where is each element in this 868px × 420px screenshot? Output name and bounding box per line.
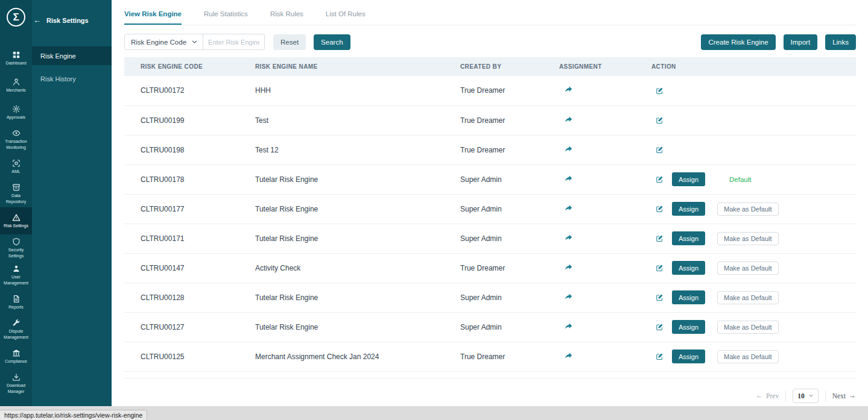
share-icon[interactable] [565,234,572,242]
filter-field-select[interactable]: Risk Engine Code [124,34,203,50]
risk-engine-code-cell: CLTRU00178 [124,165,255,194]
shield-icon [12,237,21,246]
user-icon [12,265,21,273]
merchant-icon [12,78,21,86]
edit-icon[interactable] [656,205,664,213]
status-bar: https://app.tutelar.io/risk-settings/vie… [0,410,147,420]
assign-button[interactable]: Assign [672,320,705,334]
back-arrow-icon[interactable]: ← [33,16,41,25]
share-icon[interactable] [565,352,572,360]
assign-button[interactable]: Assign [672,172,705,186]
edit-icon[interactable] [656,323,664,331]
sidebar-item-dashboard[interactable]: Dashboard [0,45,32,72]
chevron-down-icon [191,39,198,45]
logo-sigma-glyph: Σ [13,11,19,24]
share-icon[interactable] [565,204,572,212]
make-as-default-button[interactable]: Make as Default [717,202,778,216]
created-by-cell: Super Admin [460,283,559,312]
sidebar-item-merchants[interactable]: Merchants [0,72,32,99]
filter-field-select-value: Risk Engine Code [131,39,186,46]
assign-button[interactable]: Assign [672,349,705,363]
submenu-item-risk-engine[interactable]: Risk Engine [32,46,112,65]
table-body: CLTRU00172HHHTrue DreamerCLTRU00199TestT… [124,76,856,371]
share-icon[interactable] [565,175,572,183]
assignment-cell [559,165,651,194]
sidebar-item-download-manager[interactable]: Download Manager [0,370,32,397]
sidebar-item-compliance[interactable]: Compliance [0,343,32,370]
edit-icon[interactable] [656,175,664,183]
assign-button[interactable]: Assign [672,202,705,216]
edit-icon[interactable] [656,293,664,301]
import-button[interactable]: Import [784,34,818,50]
share-icon[interactable] [565,116,572,124]
created-by-cell: Super Admin [460,312,559,342]
submenu-header: ← Risk Settings [32,0,112,38]
share-icon[interactable] [565,145,572,153]
prev-button[interactable]: ← Prev [756,391,779,400]
sidebar-item-label: Approvals [5,114,27,120]
tab-risk-rules[interactable]: Risk Rules [270,10,303,25]
sidebar: Σ DashboardMerchantsApprovalsTransaction… [0,0,32,406]
tab-rule-statistics[interactable]: Rule Statistics [204,10,248,25]
risk-engine-code-cell: CLTRU00172 [124,76,255,105]
share-icon[interactable] [565,263,572,271]
archive-icon [12,183,21,192]
tab-list-of-rules[interactable]: List Of Rules [326,10,366,25]
make-as-default-button[interactable]: Make as Default [717,350,778,363]
edit-icon[interactable] [656,146,664,154]
edit-icon[interactable] [656,264,664,272]
sidebar-item-data-repository[interactable]: Data Repository [0,180,32,207]
sidebar-item-approvals[interactable]: Approvals [0,99,32,126]
action-cell: AssignMake as Default [651,194,856,224]
make-as-default-button[interactable]: Make as Default [717,321,778,334]
risk-engine-name-cell: HHH [255,76,460,105]
share-icon[interactable] [565,322,572,330]
page-size-select[interactable]: 10 [793,389,819,403]
table-header-row: RISK ENGINE CODE RISK ENGINE NAME CREATE… [124,57,856,76]
sidebar-item-dispute-management[interactable]: Dispute Management [0,316,32,343]
assign-button[interactable]: Assign [672,290,705,304]
sidebar-item-reports[interactable]: Reports [0,289,32,316]
create-risk-engine-button[interactable]: Create Risk Engine [701,34,775,50]
sidebar-item-label: Merchants [5,87,27,93]
created-by-cell: Super Admin [460,194,559,224]
edit-icon[interactable] [656,87,664,95]
sidebar-item-transaction-monitoring[interactable]: Transaction Monitoring [0,126,32,153]
make-as-default-button[interactable]: Make as Default [717,262,778,275]
make-as-default-button[interactable]: Make as Default [717,232,778,245]
edit-icon[interactable] [656,234,664,242]
header-risk-engine-code: RISK ENGINE CODE [124,57,255,76]
app-logo[interactable]: Σ [7,8,25,27]
sidebar-item-label: Security Settings [1,247,32,259]
sidebar-item-user-management[interactable]: User Management [0,262,32,289]
sidebar-item-label: Data Repository [1,193,32,204]
reset-button[interactable]: Reset [273,34,306,50]
next-button[interactable]: Next → [832,391,856,400]
header-action: ACTION [651,57,856,76]
assign-button[interactable]: Assign [672,261,705,275]
risk-engine-name-cell: Merchant Assignment Check Jan 2024 [255,342,460,371]
assign-button[interactable]: Assign [672,231,705,245]
assignment-cell [559,312,651,342]
edit-icon[interactable] [656,353,664,360]
tab-view-risk-engine[interactable]: View Risk Engine [124,10,182,25]
search-button[interactable]: Search [314,34,350,50]
assignment-cell [559,342,651,371]
submenu-item-risk-history[interactable]: Risk History [32,69,112,88]
action-cell: AssignMake as Default [651,224,856,253]
risk-engine-code-input[interactable] [203,34,265,50]
sidebar-item-security-settings[interactable]: Security Settings [0,234,32,262]
sidebar-item-risk-settings[interactable]: Risk Settings [0,207,32,234]
default-label: Default [729,176,751,183]
edit-icon[interactable] [656,116,664,124]
make-as-default-button[interactable]: Make as Default [717,291,778,304]
next-label: Next [832,392,846,400]
sidebar-item-label: Download Manager [1,383,32,394]
risk-engine-name-cell: Tutelar Risk Engine [255,312,460,342]
share-icon[interactable] [565,86,572,93]
table-row: CLTRU00199TestTrue Dreamer [124,105,856,135]
sidebar-item-aml[interactable]: AML [0,153,32,180]
share-icon[interactable] [565,293,572,301]
bank-icon [12,349,21,357]
links-button[interactable]: Links [825,34,856,50]
